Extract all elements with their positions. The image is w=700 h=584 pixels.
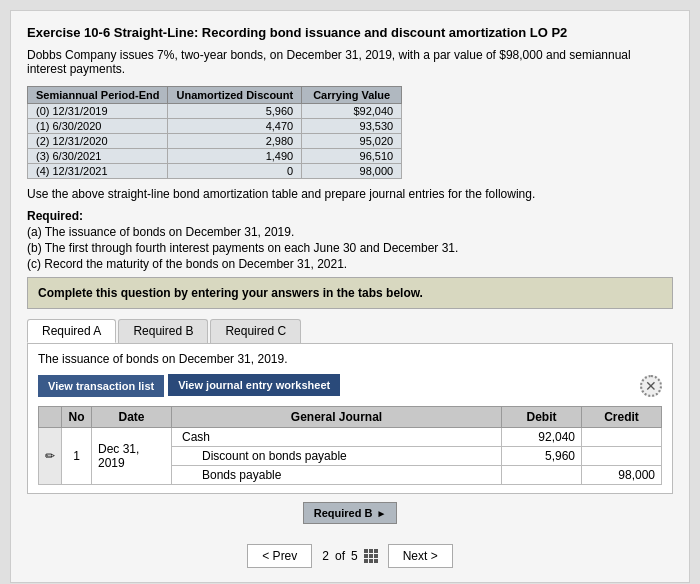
- tab-description: The issuance of bonds on December 31, 20…: [38, 352, 662, 366]
- col-credit: Credit: [582, 407, 662, 428]
- required-b-button[interactable]: Required B ►: [303, 502, 398, 524]
- period-cell: (2) 12/31/2020: [28, 134, 168, 149]
- carrying-cell: 93,530: [302, 119, 402, 134]
- grid-icon: [364, 549, 378, 563]
- col-debit: Debit: [502, 407, 582, 428]
- instructions-text: Use the above straight-line bond amortiz…: [27, 187, 673, 201]
- tab-required-c[interactable]: Required C: [210, 319, 301, 343]
- tab-required-b[interactable]: Required B: [118, 319, 208, 343]
- carrying-cell: 98,000: [302, 164, 402, 179]
- credit-cell: [582, 447, 662, 466]
- action-buttons: View transaction list View journal entry…: [38, 374, 662, 398]
- required-section: Required: (a) The issuance of bonds on D…: [27, 209, 673, 271]
- col-gj: General Journal: [172, 407, 502, 428]
- col-header-discount: Unamortized Discount: [168, 87, 302, 104]
- page-separator: of: [335, 549, 345, 563]
- next-button[interactable]: Next >: [388, 544, 453, 568]
- amort-table-row: (3) 6/30/2021 1,490 96,510: [28, 149, 402, 164]
- required-label: Required:: [27, 209, 83, 223]
- view-transaction-list-button[interactable]: View transaction list: [38, 375, 164, 397]
- carrying-cell: 96,510: [302, 149, 402, 164]
- page-current: 2: [322, 549, 329, 563]
- page-total: 5: [351, 549, 358, 563]
- gj-cell: Cash: [172, 428, 502, 447]
- no-cell: 1: [62, 428, 92, 485]
- exercise-description: Dobbs Company issues 7%, two-year bonds,…: [27, 48, 673, 76]
- carrying-cell: $92,040: [302, 104, 402, 119]
- col-header-period: Semiannual Period-End: [28, 87, 168, 104]
- date-cell: Dec 31, 2019: [92, 428, 172, 485]
- required-item: (a) The issuance of bonds on December 31…: [27, 225, 673, 239]
- pencil-cell: ✏: [39, 428, 62, 485]
- required-b-label: Required B: [314, 507, 373, 519]
- gj-cell: Discount on bonds payable: [172, 447, 502, 466]
- required-item: (c) Record the maturity of the bonds on …: [27, 257, 673, 271]
- tab-required-a[interactable]: Required A: [27, 319, 116, 343]
- col-header-carrying: Carrying Value: [302, 87, 402, 104]
- exercise-title: Exercise 10-6 Straight-Line: Recording b…: [27, 25, 673, 40]
- discount-cell: 1,490: [168, 149, 302, 164]
- page-info: 2 of 5: [322, 549, 377, 563]
- col-pencil: [39, 407, 62, 428]
- close-button[interactable]: ✕: [640, 375, 662, 397]
- credit-cell: [582, 428, 662, 447]
- journal-row: ✏ 1 Dec 31, 2019 Cash 92,040: [39, 428, 662, 447]
- col-date: Date: [92, 407, 172, 428]
- amort-table-row: (4) 12/31/2021 0 98,000: [28, 164, 402, 179]
- period-cell: (1) 6/30/2020: [28, 119, 168, 134]
- period-cell: (3) 6/30/2021: [28, 149, 168, 164]
- debit-cell: 92,040: [502, 428, 582, 447]
- discount-cell: 4,470: [168, 119, 302, 134]
- amort-table-row: (2) 12/31/2020 2,980 95,020: [28, 134, 402, 149]
- debit-cell: 5,960: [502, 447, 582, 466]
- credit-cell: 98,000: [582, 466, 662, 485]
- col-no: No: [62, 407, 92, 428]
- journal-table: No Date General Journal Debit Credit ✏ 1…: [38, 406, 662, 485]
- amort-table-row: (1) 6/30/2020 4,470 93,530: [28, 119, 402, 134]
- period-cell: (0) 12/31/2019: [28, 104, 168, 119]
- discount-cell: 5,960: [168, 104, 302, 119]
- discount-cell: 0: [168, 164, 302, 179]
- debit-cell: [502, 466, 582, 485]
- complete-box: Complete this question by entering your …: [27, 277, 673, 309]
- tab-content-area: The issuance of bonds on December 31, 20…: [27, 343, 673, 494]
- amortization-table: Semiannual Period-End Unamortized Discou…: [27, 86, 402, 179]
- amort-table-row: (0) 12/31/2019 5,960 $92,040: [28, 104, 402, 119]
- bottom-navigation: < Prev 2 of 5 Next >: [27, 536, 673, 568]
- chevron-right-icon: ►: [376, 508, 386, 519]
- carrying-cell: 95,020: [302, 134, 402, 149]
- discount-cell: 2,980: [168, 134, 302, 149]
- required-item: (b) The first through fourth interest pa…: [27, 241, 673, 255]
- period-cell: (4) 12/31/2021: [28, 164, 168, 179]
- gj-cell: Bonds payable: [172, 466, 502, 485]
- tabs-row: Required A Required B Required C: [27, 319, 673, 343]
- prev-button[interactable]: < Prev: [247, 544, 312, 568]
- view-journal-entry-worksheet-button[interactable]: View journal entry worksheet: [168, 374, 340, 398]
